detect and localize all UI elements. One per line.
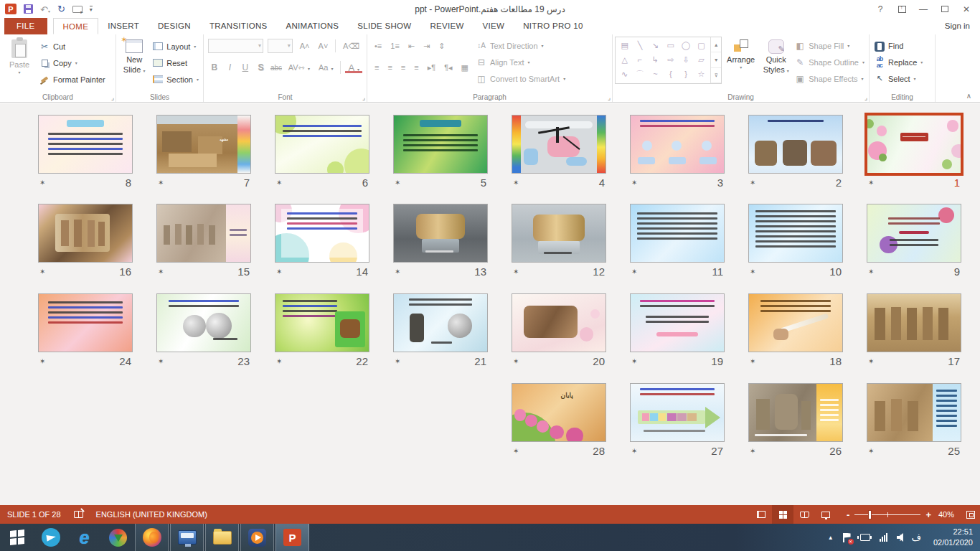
taskbar-telegram[interactable] [34,524,67,551]
fit-slide-to-window-button[interactable] [961,505,980,524]
animation-star-icon[interactable]: ✶ [38,357,45,365]
reset-button[interactable]: Reset [150,55,201,71]
animation-star-icon[interactable]: ✶ [275,268,282,276]
slide-23-thumbnail[interactable] [156,293,251,352]
animation-star-icon[interactable]: ✶ [630,268,637,276]
slide-11-thumbnail[interactable] [630,204,725,263]
animation-star-icon[interactable]: ✶ [275,357,282,365]
animation-star-icon[interactable]: ✶ [393,357,400,365]
shape-fill-button[interactable]: ◧Shape Fill▾ [792,37,867,54]
keyboard-language-indicator[interactable]: ف [911,532,920,543]
slide-1-thumbnail[interactable] [867,115,961,174]
section-button[interactable]: Section▾ [150,71,201,88]
tab-animations[interactable]: ANIMATIONS [277,18,349,34]
text-direction-button[interactable]: ↕AText Direction▾ [473,37,567,54]
drawing-dialog-launcher-icon[interactable]: ⌟ [864,94,867,101]
slide-15-thumbnail[interactable] [156,204,251,263]
paragraph-align-icon[interactable]: ¶◂ [441,63,455,72]
paragraph-list-indent-icon[interactable]: 1≡ [387,42,402,50]
taskbar-file-explorer[interactable] [205,524,239,551]
tab-review[interactable]: REVIEW [420,18,473,34]
tab-design[interactable]: DESIGN [149,18,200,34]
slide-26-thumbnail[interactable] [748,383,843,442]
slide-10-thumbnail[interactable] [748,204,843,263]
animation-star-icon[interactable]: ✶ [512,447,519,455]
tab-nitro-pro-10[interactable]: NITRO PRO 10 [514,18,592,34]
slide-18-thumbnail[interactable] [748,293,843,352]
language-label[interactable]: ENGLISH (UNITED KINGDOM) [96,510,207,519]
normal-view-button[interactable] [750,505,772,524]
sign-in-link[interactable]: Sign in [945,22,970,30]
slide-16-thumbnail[interactable] [38,204,133,263]
shape-icon[interactable]: ∿ [621,69,628,80]
zoom-level-label[interactable]: 40% [938,510,954,519]
paragraph-list-indent-icon[interactable]: ⇥ [420,42,433,51]
convert-to-smartart-button[interactable]: ◫Convert to SmartArt▾ [473,70,567,87]
new-slide-button[interactable]: New Slide ▾ [118,37,150,90]
slide-21-thumbnail[interactable] [393,293,488,352]
spell-check-icon[interactable] [74,511,83,518]
shape-icon[interactable]: ╲ [638,40,643,51]
shapes-gallery[interactable]: ▤╲↘▭◯▢△⌐↳⇨⇩▱∿⌒~{}☆ ▲▼⊽ [615,37,722,84]
slide-sorter-view-button[interactable] [772,505,793,524]
tab-insert[interactable]: INSERT [98,18,149,34]
animation-star-icon[interactable]: ✶ [867,268,874,276]
font-dialog-launcher-icon[interactable]: ⌟ [362,94,365,101]
slide-25-thumbnail[interactable] [867,383,961,442]
taskbar-powerpoint[interactable]: P [275,524,309,551]
replace-button[interactable]: abacReplace▾ [872,54,925,70]
tab-slide-show[interactable]: SLIDE SHOW [348,18,420,34]
help-button[interactable]: ? [871,2,890,17]
quick-styles-button[interactable]: Quick Styles ▾ [760,37,792,90]
start-from-beginning-icon[interactable] [72,6,83,13]
animation-star-icon[interactable]: ✶ [512,357,519,365]
taskbar-internet-explorer[interactable]: e [67,524,101,551]
reading-view-button[interactable] [793,505,815,524]
paragraph-align-icon[interactable]: ≡ [411,63,421,72]
font-name-combo[interactable] [208,39,263,53]
network-signal-icon[interactable] [880,533,887,542]
animation-star-icon[interactable]: ✶ [393,268,400,276]
shape-icon[interactable]: ☆ [698,69,705,80]
align-text-button[interactable]: ⊟Align Text▾ [473,54,567,70]
shape-icon[interactable]: △ [621,55,627,65]
slide-19-thumbnail[interactable] [630,293,725,352]
shape-icon[interactable]: ⌐ [638,55,642,65]
animation-star-icon[interactable]: ✶ [630,179,637,187]
slide-28-thumbnail[interactable]: پایان [512,383,606,442]
tab-file[interactable]: FILE [4,18,47,34]
slide-5-thumbnail[interactable] [393,115,488,174]
action-center-flag-icon[interactable] [843,533,851,542]
slide-show-button[interactable] [815,505,837,524]
character-spacing-button[interactable]: AV⇿ ▾ [286,63,313,72]
animation-star-icon[interactable]: ✶ [630,357,637,365]
paragraph-list-indent-icon[interactable]: ⇕ [435,42,448,51]
shape-effects-button[interactable]: ▣Shape Effects▾ [792,70,867,87]
layout-button[interactable]: Layout▾ [150,38,201,55]
animation-star-icon[interactable]: ✶ [867,357,874,365]
italic-icon[interactable]: I [224,62,237,72]
zoom-in-button[interactable]: + [925,509,931,520]
clock[interactable]: 22:51 02/01/2020 [930,527,973,548]
start-button[interactable] [0,524,34,551]
minimize-button[interactable]: — [914,2,933,17]
change-case-button[interactable]: Aa ▾ [316,63,336,72]
shape-outline-button[interactable]: ✎Shape Outline▾ [792,54,867,70]
copy-button[interactable]: Copy▾ [37,55,108,71]
zoom-slider[interactable] [854,514,920,515]
clear-formatting-icon[interactable]: A⌫ [340,42,362,51]
paragraph-list-indent-icon[interactable]: ⇤ [405,42,418,51]
shape-icon[interactable]: ▱ [698,55,704,65]
paragraph-align-icon[interactable]: ≡ [372,63,382,72]
shape-icon[interactable]: ◯ [682,40,690,51]
shape-icon[interactable]: ↳ [652,55,659,65]
zoom-out-button[interactable]: - [847,509,849,520]
animation-star-icon[interactable]: ✶ [748,268,755,276]
show-hidden-icons-button[interactable]: ▲ [828,534,834,541]
slide-3-thumbnail[interactable] [630,115,725,174]
increase-font-size-icon[interactable]: A˄ [297,42,313,50]
slide-9-thumbnail[interactable] [867,204,961,263]
find-button[interactable]: Find [872,37,925,54]
animation-star-icon[interactable]: ✶ [156,268,164,276]
tab-view[interactable]: VIEW [473,18,514,34]
